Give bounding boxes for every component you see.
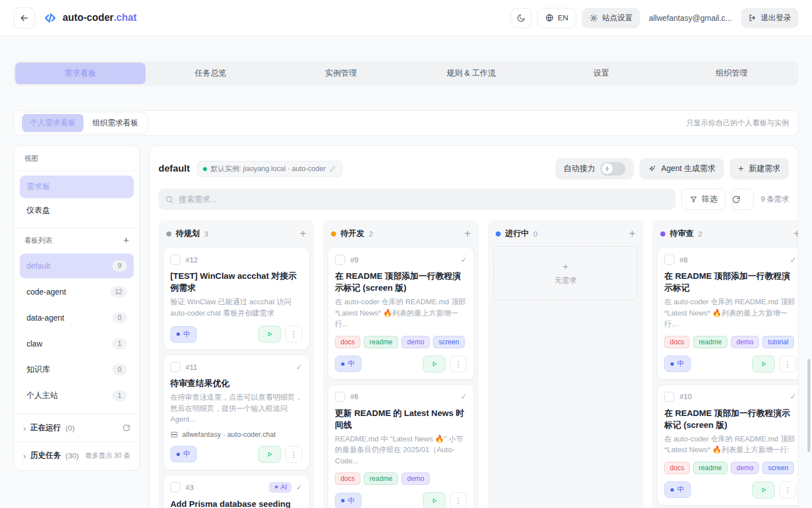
card-tags: docsreadmedemo xyxy=(335,472,467,485)
tab-settings[interactable]: 设置 xyxy=(536,63,667,84)
board-scope-switch: 个人需求看板 组织需求看板 xyxy=(20,112,148,134)
history-tasks-row[interactable]: › 历史任务 (30) 最多显示 30 条 xyxy=(14,441,139,469)
add-board-button[interactable]: + xyxy=(123,235,129,246)
priority-label: 中 xyxy=(677,359,685,369)
tab-org-management[interactable]: 组织管理 xyxy=(667,63,797,84)
sidebar-board-knowledge-base[interactable]: 知识库0 xyxy=(20,357,134,382)
tab-rules-workflow[interactable]: 规则 & 工作流 xyxy=(406,63,536,84)
card-checkbox[interactable] xyxy=(170,362,180,372)
sidebar-view-dashboard[interactable]: 仪表盘 xyxy=(20,199,134,222)
pencil-icon[interactable] xyxy=(329,165,336,172)
requirement-card[interactable]: #3✦ AI✓Add Prisma database seeding funct… xyxy=(163,475,310,508)
requirement-card[interactable]: #6✓更新 README 的 Latest News 时间线README.md … xyxy=(328,384,474,508)
column-title: 待开发 xyxy=(341,229,364,239)
auto-relay-button[interactable]: 自动接力 xyxy=(555,158,634,179)
tab-task-overview[interactable]: 任务总览 xyxy=(145,63,276,84)
running-tasks-row[interactable]: › 正在运行 (0) xyxy=(14,414,139,441)
tag-pill-readme: readme xyxy=(364,472,398,485)
tag-pill-readme: readme xyxy=(364,336,398,348)
site-settings-label: 站点设置 xyxy=(602,13,633,23)
page-scrollbar[interactable] xyxy=(807,359,810,452)
new-requirement-label: 新建需求 xyxy=(749,164,780,174)
card-menu-button[interactable]: ⋮ xyxy=(779,356,796,373)
sparkles-icon xyxy=(648,165,656,173)
run-card-button[interactable] xyxy=(423,356,445,373)
tag-pill-demo: demo xyxy=(731,462,759,474)
run-card-button[interactable] xyxy=(423,492,445,508)
column-add-button[interactable]: + xyxy=(793,228,798,239)
sidebar-board-claw[interactable]: claw1 xyxy=(20,331,134,356)
column-count: 2 xyxy=(369,230,373,238)
card-id: #9 xyxy=(350,256,358,264)
sidebar-board-code-agent[interactable]: code-agent12 xyxy=(20,279,134,304)
card-checkbox[interactable] xyxy=(664,392,674,402)
run-card-button[interactable] xyxy=(752,481,775,498)
auto-relay-toggle[interactable] xyxy=(601,162,625,176)
card-checkbox[interactable] xyxy=(335,392,345,402)
column-add-button[interactable]: + xyxy=(464,228,471,239)
kanban-column-planning: 待规划3+#12[TEST] WinClaw accchat 对接示例需求验证 … xyxy=(158,220,314,508)
card-checkbox[interactable] xyxy=(170,482,180,492)
search-box[interactable] xyxy=(158,189,676,210)
plus-icon: + xyxy=(563,261,568,273)
new-requirement-button[interactable]: + 新建需求 xyxy=(730,158,789,179)
back-button[interactable] xyxy=(14,7,35,29)
site-settings-button[interactable]: 站点设置 xyxy=(582,8,640,28)
sidebar-board-data-agent[interactable]: data-agent0 xyxy=(20,305,134,330)
column-count: 2 xyxy=(698,230,702,238)
tag-pill-docs: docs xyxy=(664,462,690,474)
run-card-button[interactable] xyxy=(258,326,281,343)
card-id: #11 xyxy=(186,363,197,371)
toggle-knob xyxy=(602,163,613,174)
card-checkbox[interactable] xyxy=(170,255,180,265)
card-title: Add Prisma database seeding functionalit… xyxy=(170,498,302,508)
filter-button[interactable]: 筛选 xyxy=(681,189,726,210)
sidebar-board-default[interactable]: default9 xyxy=(20,253,134,278)
theme-toggle-button[interactable] xyxy=(510,8,532,28)
tag-pill-readme: readme xyxy=(693,462,727,474)
run-card-button[interactable] xyxy=(258,446,281,463)
tab-requirement-board[interactable]: 需求看板 xyxy=(15,63,145,84)
logout-button[interactable]: 退出登录 xyxy=(741,8,798,28)
run-card-button[interactable] xyxy=(752,356,775,373)
logout-icon xyxy=(748,14,757,22)
card-menu-button[interactable]: ⋮ xyxy=(779,481,796,498)
views-section-title: 视图 xyxy=(14,146,139,171)
requirement-card[interactable]: #8✓在 README 顶部添加一行教程演示标记在 auto-coder 仓库的… xyxy=(657,247,798,380)
card-checkbox[interactable] xyxy=(664,255,674,265)
tab-instance-management[interactable]: 实例管理 xyxy=(276,63,406,84)
column-count: 3 xyxy=(204,230,208,238)
column-header: 待规划3+ xyxy=(163,222,310,243)
org-board-tab[interactable]: 组织需求看板 xyxy=(85,114,146,132)
language-button[interactable]: EN xyxy=(537,8,576,28)
agent-generate-button[interactable]: Agent 生成需求 xyxy=(639,158,724,179)
column-add-button[interactable]: + xyxy=(299,228,306,239)
priority-label: 中 xyxy=(348,496,355,506)
card-menu-button[interactable]: ⋮ xyxy=(450,356,467,373)
card-menu-button[interactable]: ⋮ xyxy=(285,446,302,463)
column-add-button[interactable]: + xyxy=(629,228,636,239)
sidebar-board-personal-site[interactable]: 个人主站1 xyxy=(20,383,134,408)
requirement-card[interactable]: #10✓在 README 顶部加一行教程演示标记 (screen 版)在 aut… xyxy=(657,384,798,506)
empty-state: +无需求 xyxy=(493,246,638,300)
requirement-card[interactable]: #11✓待审查结果优化在待审查泳道里，点击可以查看明细页，然后在明细页，提供一个… xyxy=(163,354,310,470)
card-checkbox[interactable] xyxy=(335,255,345,265)
kanban-board-panel: default 默认实例: jiaoyang.local · auto-code… xyxy=(149,145,798,508)
default-instance-badge[interactable]: 默认实例: jiaoyang.local · auto-coder xyxy=(197,161,343,177)
search-input[interactable] xyxy=(179,195,669,204)
card-title: 在 README 顶部加一行教程演示标记 (screen 版) xyxy=(664,407,796,431)
card-menu-button[interactable]: ⋮ xyxy=(450,492,467,508)
board-header: default 默认实例: jiaoyang.local · auto-code… xyxy=(158,158,789,179)
refresh-button[interactable] xyxy=(731,189,754,210)
brand: auto-coder.chat xyxy=(43,11,136,25)
board-count-badge: 12 xyxy=(111,286,127,297)
board-count-badge: 9 xyxy=(112,260,127,271)
personal-board-tab[interactable]: 个人需求看板 xyxy=(22,114,83,132)
card-title: 待审查结果优化 xyxy=(170,377,302,389)
refresh-icon[interactable] xyxy=(122,424,130,432)
requirement-card[interactable]: #12[TEST] WinClaw accchat 对接示例需求验证 WinCl… xyxy=(163,247,310,350)
requirement-card[interactable]: #9✓在 README 顶部添加一行教程演示标记 (screen 版)在 aut… xyxy=(328,247,474,380)
card-menu-button[interactable]: ⋮ xyxy=(285,326,302,343)
priority-dot xyxy=(176,453,180,456)
sidebar-view-requirement-board[interactable]: 需求板 xyxy=(20,176,134,198)
